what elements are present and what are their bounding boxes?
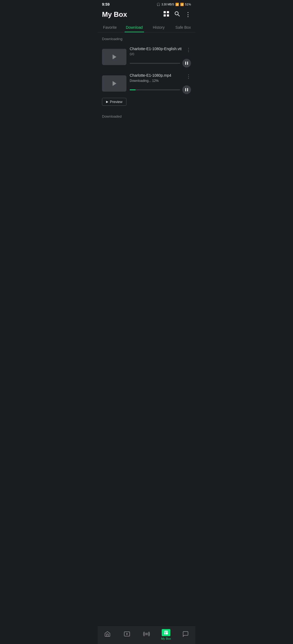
pause-button-1[interactable] bbox=[182, 59, 191, 67]
item-subtitle-1: 0/0 bbox=[130, 52, 184, 56]
preview-play-icon: ▶ bbox=[106, 100, 108, 104]
svg-point-4 bbox=[175, 12, 178, 15]
progress-bar-bg-1 bbox=[130, 63, 180, 64]
tabs: Favorite Download History Safe Box bbox=[98, 22, 195, 33]
svg-rect-9 bbox=[187, 88, 188, 91]
item-info-1: Charlotte-E1-1080p-English.vtt 0/0 bbox=[130, 46, 184, 58]
progress-bar-fill-2 bbox=[130, 89, 136, 90]
header-icons: ⋮ bbox=[163, 11, 191, 18]
item-title-2: Charlotte-E1-1080p.mp4 bbox=[130, 73, 184, 78]
downloading-section-label: Downloading bbox=[98, 33, 195, 44]
content-area: Downloading Charlotte-E1-1080p-English.v… bbox=[98, 33, 195, 121]
item-title-1: Charlotte-E1-1080p-English.vtt bbox=[130, 46, 184, 51]
grid-icon[interactable] bbox=[163, 11, 169, 18]
wifi-icon: 📶 bbox=[175, 3, 179, 6]
svg-rect-2 bbox=[164, 14, 166, 17]
svg-rect-7 bbox=[187, 62, 188, 65]
status-bar: 9:59 🎧 3.30 MB/S 📶 📶 51% bbox=[98, 0, 195, 8]
progress-bar-bg-2 bbox=[130, 89, 180, 90]
svg-rect-3 bbox=[167, 14, 169, 17]
preview-button[interactable]: ▶ Preview bbox=[102, 98, 126, 106]
svg-rect-8 bbox=[185, 88, 186, 91]
progress-row-2 bbox=[130, 85, 191, 94]
battery-text: 51% bbox=[185, 3, 191, 6]
status-time: 9:59 bbox=[102, 2, 110, 7]
item-info-2: Charlotte-E1-1080p.mp4 Downloading... 12… bbox=[130, 73, 184, 84]
play-icon bbox=[110, 53, 118, 61]
thumbnail-1 bbox=[102, 49, 126, 65]
svg-rect-0 bbox=[164, 11, 166, 13]
tab-favorite[interactable]: Favorite bbox=[98, 22, 122, 32]
play-icon bbox=[110, 80, 118, 87]
tab-download[interactable]: Download bbox=[122, 22, 146, 32]
downloaded-section-label: Downloaded bbox=[98, 110, 195, 121]
progress-row-1 bbox=[130, 59, 191, 67]
search-icon[interactable] bbox=[174, 11, 180, 18]
list-item: Charlotte-E1-1080p.mp4 Downloading... 12… bbox=[98, 70, 195, 97]
speed-text: 3.30 MB/S bbox=[161, 3, 174, 6]
svg-line-5 bbox=[178, 15, 180, 16]
status-right: 🎧 3.30 MB/S 📶 📶 51% bbox=[157, 3, 191, 6]
svg-rect-6 bbox=[185, 62, 186, 65]
list-item: Charlotte-E1-1080p-English.vtt 0/0 ⋮ bbox=[98, 44, 195, 70]
signal-icon: 📶 bbox=[180, 3, 184, 6]
tab-safebox[interactable]: Safe Box bbox=[171, 22, 195, 32]
pause-button-2[interactable] bbox=[182, 85, 191, 94]
item-subtitle-2: Downloading... 12% bbox=[130, 79, 184, 83]
item-menu-icon-1[interactable]: ⋮ bbox=[186, 46, 191, 53]
preview-label: Preview bbox=[110, 100, 122, 104]
item-menu-icon-2[interactable]: ⋮ bbox=[186, 73, 191, 79]
headphones-icon: 🎧 bbox=[157, 3, 160, 6]
page-title: My Box bbox=[102, 10, 127, 19]
svg-rect-1 bbox=[167, 11, 169, 13]
thumbnail-2 bbox=[102, 75, 126, 92]
header: My Box ⋮ bbox=[98, 8, 195, 22]
tab-history[interactable]: History bbox=[146, 22, 171, 32]
more-options-icon[interactable]: ⋮ bbox=[185, 11, 191, 18]
